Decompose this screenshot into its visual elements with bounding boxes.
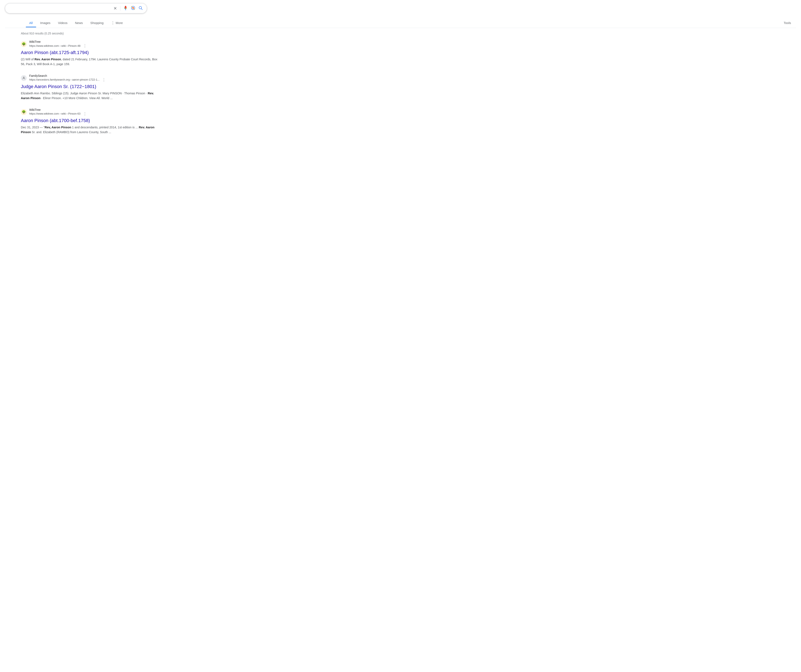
more-dots-icon: ⋮ — [111, 21, 115, 25]
result-item: 🌳 WikiTree https://www.wikitree.com › wi… — [21, 108, 159, 135]
result-favicon: 🌳 — [21, 109, 27, 115]
result-options-button[interactable]: ⋮ — [83, 44, 87, 48]
result-options-button[interactable]: ⋮ — [102, 77, 106, 82]
clear-icon[interactable]: ✕ — [113, 6, 117, 10]
search-icons: ✕ — [113, 6, 143, 11]
results-container: About 910 results (0.25 seconds) 🌳 WikiT… — [0, 28, 179, 147]
tab-videos[interactable]: Videos — [55, 19, 71, 27]
lens-icon[interactable] — [131, 6, 135, 11]
tab-news[interactable]: News — [72, 19, 86, 27]
result-source-info: WikiTree https://www.wikitree.com › wiki… — [29, 108, 87, 116]
result-url: https://www.wikitree.com › wiki › Pinson… — [29, 44, 80, 47]
tab-more[interactable]: ⋮ More — [108, 18, 126, 28]
result-item: 🌳 WikiTree https://www.wikitree.com › wi… — [21, 40, 159, 66]
search-tabs: All Images Videos News Shopping ⋮ More T… — [5, 16, 796, 28]
tab-all[interactable]: All — [26, 19, 36, 27]
result-title[interactable]: Judge Aaron Pinson Sr. (1722−1801) — [21, 84, 159, 90]
search-input[interactable]: "rev. aaron pinson" — [9, 6, 111, 11]
result-source: 🌳 WikiTree https://www.wikitree.com › wi… — [21, 108, 159, 116]
result-favicon: 🌳 — [21, 41, 27, 47]
header: "rev. aaron pinson" ✕ — [0, 0, 801, 28]
svg-point-6 — [23, 77, 24, 78]
result-snippet: (2) Will of Rev. Aaron Pinson, dated 21 … — [21, 57, 159, 66]
result-title[interactable]: Aaron Pinson (abt.1725-aft.1794) — [21, 50, 159, 56]
result-url: https://ancestors.familysearch.org › aar… — [29, 78, 100, 81]
result-source-info: WikiTree https://www.wikitree.com › wiki… — [29, 40, 87, 48]
search-icon[interactable] — [138, 6, 143, 11]
tab-shopping[interactable]: Shopping — [87, 19, 107, 27]
result-source: FamilySearch https://ancestors.familysea… — [21, 74, 159, 82]
result-site-name: WikiTree — [29, 108, 87, 111]
result-site-name: WikiTree — [29, 40, 87, 44]
result-snippet: Dec 31, 2023 — "Rev, Aaron Pinson 1 and … — [21, 125, 159, 135]
result-favicon — [21, 75, 27, 81]
result-options-button[interactable]: ⋮ — [83, 111, 87, 116]
svg-line-5 — [141, 8, 142, 10]
tab-images[interactable]: Images — [37, 19, 54, 27]
divider — [120, 6, 121, 11]
search-bar: "rev. aaron pinson" ✕ — [5, 3, 147, 13]
tools-button[interactable]: Tools — [780, 19, 796, 27]
result-source: 🌳 WikiTree https://www.wikitree.com › wi… — [21, 40, 159, 48]
result-source-info: FamilySearch https://ancestors.familysea… — [29, 74, 106, 82]
microphone-icon[interactable] — [123, 6, 128, 11]
result-snippet: Elizabeth Ann Rambo. Siblings (15). Judg… — [21, 91, 159, 101]
result-site-name: FamilySearch — [29, 74, 106, 77]
results-count: About 910 results (0.25 seconds) — [21, 32, 159, 35]
result-url: https://www.wikitree.com › wiki › Pinson… — [29, 112, 80, 115]
result-title[interactable]: Aaron Pinson (abt.1700-bef.1758) — [21, 118, 159, 124]
result-item: FamilySearch https://ancestors.familysea… — [21, 74, 159, 101]
